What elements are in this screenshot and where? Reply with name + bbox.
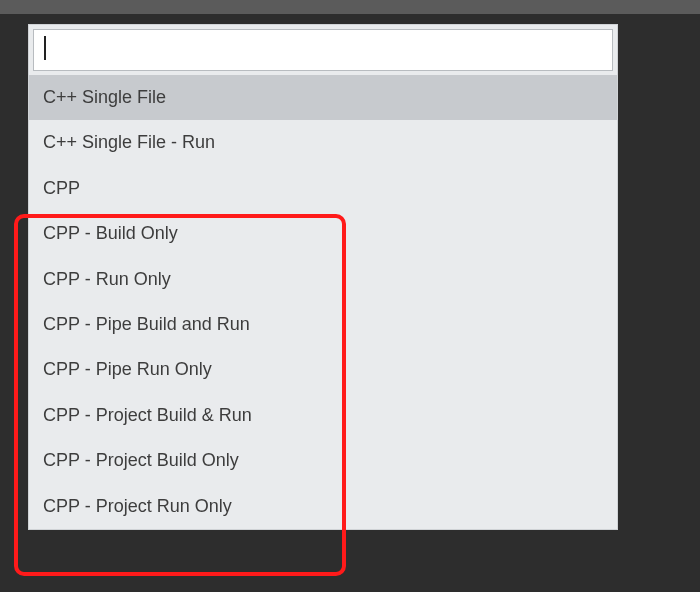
list-item[interactable]: CPP - Build Only	[29, 211, 617, 256]
list-item[interactable]: CPP - Run Only	[29, 257, 617, 302]
list-item[interactable]: CPP	[29, 166, 617, 211]
list-item[interactable]: CPP - Project Build Only	[29, 438, 617, 483]
build-variant-list: C++ Single File C++ Single File - Run CP…	[29, 75, 617, 529]
list-item[interactable]: CPP - Pipe Build and Run	[29, 302, 617, 347]
command-palette: C++ Single File C++ Single File - Run CP…	[28, 24, 618, 530]
text-caret	[44, 36, 46, 60]
list-item[interactable]: CPP - Pipe Run Only	[29, 347, 617, 392]
search-box[interactable]	[33, 29, 613, 71]
search-input[interactable]	[42, 36, 604, 64]
list-item[interactable]: CPP - Project Run Only	[29, 484, 617, 529]
list-item[interactable]: C++ Single File - Run	[29, 120, 617, 165]
list-item[interactable]: C++ Single File	[29, 75, 617, 120]
window-top-bar	[0, 0, 700, 14]
list-item[interactable]: CPP - Project Build & Run	[29, 393, 617, 438]
